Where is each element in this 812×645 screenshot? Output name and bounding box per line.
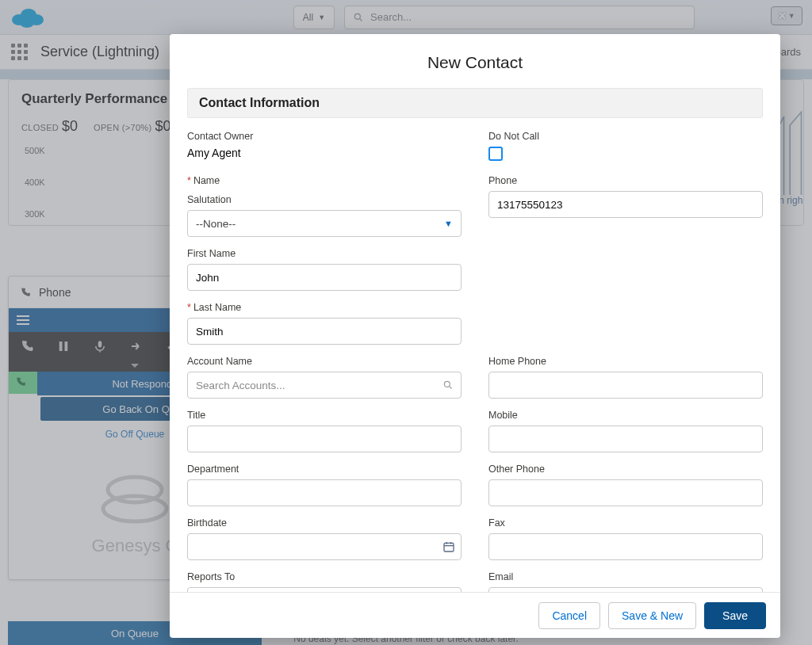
label-reports-to: Reports To <box>187 571 462 582</box>
svg-rect-13 <box>444 543 454 551</box>
field-reports-to: Reports To <box>187 571 462 592</box>
input-reports-to[interactable] <box>187 587 462 592</box>
save-button[interactable]: Save <box>704 602 766 629</box>
field-contact-owner: Contact Owner Amy Agent <box>187 131 462 164</box>
input-phone[interactable] <box>488 191 763 218</box>
input-first-name[interactable] <box>187 264 462 291</box>
field-phone-wrap: Phone <box>488 175 763 356</box>
svg-point-11 <box>444 381 450 387</box>
label-salutation: Salutation <box>187 194 462 205</box>
calendar-icon[interactable] <box>442 540 455 553</box>
field-name-group: *Name Salutation --None-- ▼ First Name *… <box>187 175 462 356</box>
label-department: Department <box>187 464 462 475</box>
select-salutation[interactable]: --None-- ▼ <box>187 210 462 237</box>
chevron-down-icon: ▼ <box>444 219 453 228</box>
input-account-name[interactable] <box>187 372 462 399</box>
search-icon <box>442 380 454 391</box>
input-home-phone[interactable] <box>488 372 763 399</box>
input-other-phone[interactable] <box>488 479 763 506</box>
field-department: Department <box>187 464 462 506</box>
field-do-not-call: Do Not Call <box>488 131 763 164</box>
label-other-phone: Other Phone <box>488 464 763 475</box>
label-birthdate: Birthdate <box>187 517 462 529</box>
input-last-name[interactable] <box>187 318 462 345</box>
label-phone: Phone <box>488 175 763 186</box>
label-fax: Fax <box>488 517 763 529</box>
label-home-phone: Home Phone <box>488 356 763 367</box>
modal-footer: Cancel Save & New Save <box>170 592 780 638</box>
label-contact-owner: Contact Owner <box>187 131 462 142</box>
label-email: Email <box>488 571 763 582</box>
label-account-name: Account Name <box>187 356 462 367</box>
new-contact-modal: New Contact Contact Information Contact … <box>170 34 780 638</box>
save-and-new-button[interactable]: Save & New <box>608 602 696 629</box>
input-title[interactable] <box>187 426 462 452</box>
form-grid: Contact Owner Amy Agent Do Not Call *Nam… <box>187 131 763 592</box>
section-contact-information: Contact Information <box>187 88 763 118</box>
field-birthdate: Birthdate <box>187 517 462 560</box>
label-do-not-call: Do Not Call <box>488 131 763 142</box>
field-account-name: Account Name <box>187 356 462 399</box>
input-mobile[interactable] <box>488 426 763 452</box>
label-name: *Name <box>187 175 462 186</box>
cancel-button[interactable]: Cancel <box>538 602 600 629</box>
select-salutation-value: --None-- <box>196 218 236 230</box>
input-email[interactable] <box>488 587 763 592</box>
label-first-name: First Name <box>187 248 462 259</box>
field-other-phone: Other Phone <box>488 464 763 506</box>
modal-title: New Contact <box>170 34 780 88</box>
input-fax[interactable] <box>488 533 763 560</box>
input-birthdate[interactable] <box>187 533 462 560</box>
label-mobile: Mobile <box>488 410 763 421</box>
label-last-name: *Last Name <box>187 302 462 313</box>
input-department[interactable] <box>187 479 462 506</box>
field-title: Title <box>187 410 462 452</box>
svg-line-12 <box>450 387 452 389</box>
field-email: Email <box>488 571 763 592</box>
checkbox-do-not-call[interactable] <box>488 147 503 161</box>
field-mobile: Mobile <box>488 410 763 452</box>
value-contact-owner: Amy Agent <box>187 147 462 159</box>
modal-body: Contact Information Contact Owner Amy Ag… <box>170 88 780 592</box>
label-title: Title <box>187 410 462 421</box>
field-fax: Fax <box>488 517 763 560</box>
field-home-phone: Home Phone <box>488 356 763 399</box>
